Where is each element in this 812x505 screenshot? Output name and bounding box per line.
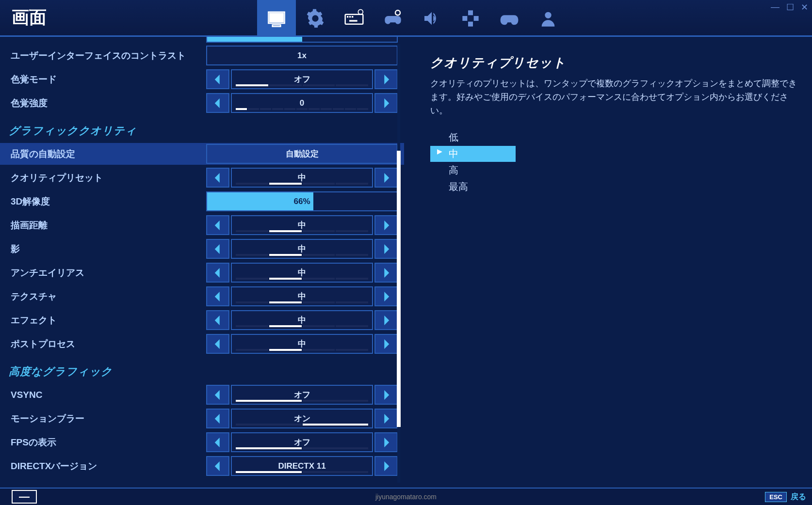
arrow-right-button[interactable] [374,286,398,306]
help-panel: クオリティプリセット クオリティのプリセットは、ワンタップで複数のグラフィックオ… [410,37,812,488]
svg-rect-4 [352,16,353,17]
tab-hud[interactable] [451,0,490,37]
setting-label: DIRECTXバージョン [0,460,206,473]
preset-option[interactable]: 中 [430,146,516,162]
svg-rect-0 [269,13,284,22]
settings-list: ユーザーインターフェイスのコントラスト 1x 色覚モード オフ 色覚強度 [0,37,410,488]
arrow-right-button[interactable] [374,93,398,113]
value-display[interactable]: 中 [231,168,373,188]
preset-option[interactable]: 最高 [430,179,800,195]
arrow-right-button[interactable] [374,215,398,235]
value-display[interactable]: オフ [231,432,373,452]
arrow-left-button[interactable] [206,334,229,354]
value-display[interactable]: 中 [231,215,373,235]
window-controls: — ☐ ✕ [771,2,808,13]
setting-shadows[interactable]: 影 中 [0,238,404,260]
value-display[interactable]: 中 [231,263,373,283]
setting-quality-preset[interactable]: クオリティプリセット 中 [0,167,404,189]
arrow-left-button[interactable] [206,286,229,306]
arrow-left-button[interactable] [206,69,229,89]
tab-controller[interactable] [490,0,529,37]
arrow-right-button[interactable] [374,239,398,259]
tab-audio[interactable] [412,0,451,37]
help-title: クオリティプリセット [430,54,800,71]
arrow-right-button[interactable] [374,310,398,330]
arrow-right-button[interactable] [374,168,398,188]
footer-minus-button[interactable]: — [12,490,37,504]
setting-auto-quality[interactable]: 品質の自動設定 自動設定 [0,143,404,165]
value-display[interactable]: 1x [206,46,398,65]
arrow-left-button[interactable] [206,239,229,259]
arrow-left-button[interactable] [206,409,229,428]
minimize-button[interactable]: — [771,2,780,13]
svg-rect-11 [468,22,473,27]
arrow-left-button[interactable] [206,456,229,476]
value-display[interactable]: オフ [231,385,373,405]
setting-anti-aliasing[interactable]: アンチエイリアス 中 [0,262,404,284]
svg-rect-8 [468,10,473,15]
setting-textures[interactable]: テクスチャ 中 [0,285,404,307]
setting-fps-display[interactable]: FPSの表示 オフ [0,431,404,453]
arrow-right-button[interactable] [374,334,398,354]
value-display[interactable]: 中 [231,334,373,354]
arrow-right-button[interactable] [374,456,398,476]
setting-label: テクスチャ [0,290,206,303]
setting-directx[interactable]: DIRECTXバージョン DIRECTX 11 [0,455,404,477]
value-display[interactable]: 中 [231,310,373,330]
value-display[interactable]: DIRECTX 11 [231,456,373,476]
svg-rect-5 [349,20,357,21]
tab-account[interactable] [529,0,568,37]
setting-3d-resolution[interactable]: 3D解像度 66% [0,190,404,212]
maximize-button[interactable]: ☐ [786,2,794,13]
arrow-right-button[interactable] [374,432,398,452]
arrow-left-button[interactable] [206,215,229,235]
tab-controller-settings[interactable] [374,0,412,37]
value-display[interactable]: オフ [231,69,373,89]
setting-ui-contrast[interactable]: ユーザーインターフェイスのコントラスト 1x [0,45,404,66]
value-display[interactable]: 0 [231,93,373,113]
svg-rect-3 [349,16,351,17]
setting-color-intensity[interactable]: 色覚強度 0 [0,92,404,114]
setting-color-mode[interactable]: 色覚モード オフ [0,68,404,90]
auto-set-button[interactable]: 自動設定 [206,144,398,164]
setting-vsync[interactable]: VSYNC オフ [0,384,404,406]
setting-motion-blur[interactable]: モーションブラー オン [0,408,404,429]
svg-point-7 [395,10,400,15]
section-advanced-graphics: 高度なグラフィック [0,357,404,384]
tab-video[interactable] [257,0,296,37]
arrow-left-button[interactable] [206,263,229,283]
setting-label: ユーザーインターフェイスのコントラスト [0,49,206,62]
arrow-right-button[interactable] [374,409,398,428]
header-bar: 画面 — ☐ ✕ [0,0,812,37]
value-display[interactable]: 中 [231,286,373,306]
back-button[interactable]: 戻る [791,492,806,502]
slider-3d-resolution[interactable]: 66% [206,191,398,211]
setting-post-process[interactable]: ポストプロセス 中 [0,333,404,355]
svg-point-12 [545,12,551,18]
setting-view-distance[interactable]: 描画距離 中 [0,214,404,236]
setting-label: 3D解像度 [0,195,206,208]
tab-game-settings[interactable] [296,0,335,37]
arrow-right-button[interactable] [374,263,398,283]
setting-label: 影 [0,243,206,255]
arrow-right-button[interactable] [374,69,398,89]
value-display[interactable]: 中 [231,239,373,259]
scrollbar-thumb[interactable] [397,151,401,427]
arrow-left-button[interactable] [206,93,229,113]
preset-option[interactable]: 低 [430,129,800,145]
setting-effects[interactable]: エフェクト 中 [0,309,404,331]
svg-rect-1 [345,15,363,24]
scrollbar[interactable] [397,44,400,483]
tab-keyboard[interactable] [335,0,374,37]
arrow-left-button[interactable] [206,168,229,188]
page-title: 画面 [0,6,47,30]
value-display[interactable]: オン [231,409,373,428]
setting-label: エフェクト [0,314,206,327]
arrow-right-button[interactable] [374,385,398,405]
arrow-left-button[interactable] [206,385,229,405]
close-button[interactable]: ✕ [801,2,808,13]
setting-label: VSYNC [0,390,206,400]
arrow-left-button[interactable] [206,310,229,330]
arrow-left-button[interactable] [206,432,229,452]
preset-option[interactable]: 高 [430,162,800,178]
